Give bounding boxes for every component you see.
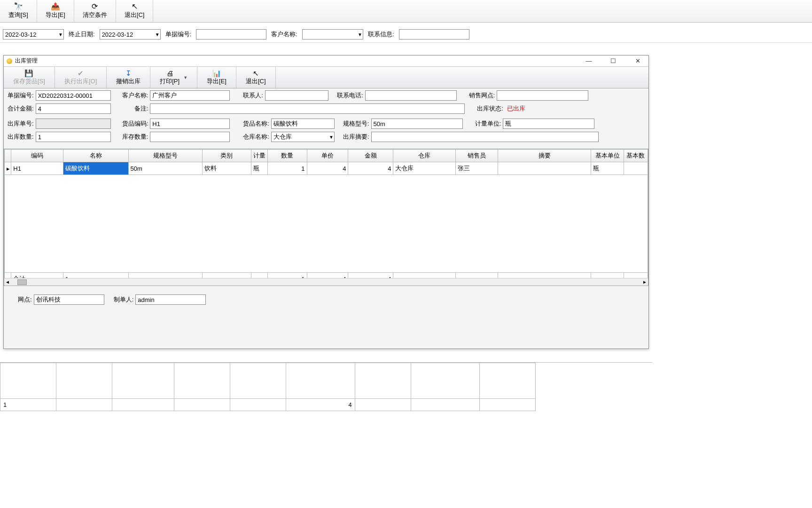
minimize-button[interactable]: — xyxy=(581,57,597,64)
footer-outlet-label: 网点: xyxy=(18,295,32,304)
scroll-left-icon[interactable]: ◄ xyxy=(4,279,11,285)
cell-amt[interactable]: 4 xyxy=(348,162,393,175)
exit-icon: ↖ xyxy=(253,70,259,77)
clear-button[interactable]: ⟳清空条件 xyxy=(74,0,116,22)
cell-code[interactable]: H1 xyxy=(11,162,63,175)
refresh-icon: ⟳ xyxy=(92,3,98,10)
th-cat[interactable]: 类别 xyxy=(202,150,251,162)
summary-field[interactable] xyxy=(371,132,599,142)
cell-wh[interactable]: 大仓库 xyxy=(393,162,456,175)
phone-label: 联系电话: xyxy=(337,91,363,100)
cell-name-selected[interactable]: 碳酸饮料 xyxy=(63,162,128,175)
th-name[interactable]: 名称 xyxy=(63,150,128,162)
cell-bunit[interactable]: 瓶 xyxy=(591,162,624,175)
cell-qty[interactable]: 1 xyxy=(267,162,307,175)
th-unit[interactable]: 计量 xyxy=(251,150,268,162)
dialog-titlebar: 出库管理 — ☐ ✕ xyxy=(4,56,648,67)
th-amt[interactable]: 金额 xyxy=(348,150,393,162)
save-goods-button[interactable]: 💾保存货品[S] xyxy=(4,67,55,88)
stock-label: 库存数量: xyxy=(122,133,148,141)
horizontal-scrollbar[interactable]: ◄ ► xyxy=(4,278,648,286)
total-field[interactable] xyxy=(36,103,111,114)
cell-price[interactable]: 4 xyxy=(307,162,348,175)
goods-table: 编码 名称 规格型号 类别 计量 数量 单价 金额 仓库 销售员 摘要 基本单位… xyxy=(4,149,648,286)
print-icon: 🖨 xyxy=(166,70,173,77)
contact-label: 联系信息: xyxy=(368,30,394,39)
th-wh[interactable]: 仓库 xyxy=(393,150,456,162)
order-no-field[interactable] xyxy=(36,90,111,101)
th-code[interactable]: 编码 xyxy=(11,150,63,162)
total-label: 合计金额: xyxy=(8,104,34,113)
unit-label: 计量单位: xyxy=(475,119,501,128)
footer-maker-field[interactable] xyxy=(135,294,206,305)
background-grid: 14 xyxy=(0,362,652,411)
code-label: 货品编码: xyxy=(122,119,148,128)
cell-spec[interactable]: 50m xyxy=(128,162,202,175)
form-area: 单据编号: 客户名称: 联系人: 联系电话: 销售网点: 合计金额: 备注: 出… xyxy=(4,88,648,147)
th-bqty[interactable]: 基本数 xyxy=(624,150,648,162)
th-sales[interactable]: 销售员 xyxy=(456,150,498,162)
order-no-input[interactable] xyxy=(196,29,266,40)
cell-unit[interactable]: 瓶 xyxy=(251,162,268,175)
order-no-label: 单据编号: xyxy=(165,30,192,39)
phone-field[interactable] xyxy=(365,90,457,101)
wh-label: 仓库名称: xyxy=(243,133,269,141)
th-price[interactable]: 单价 xyxy=(307,150,348,162)
table-empty-space xyxy=(5,175,648,273)
background-toolbar: 🔭查询[S] 📤导出[E] ⟳清空条件 ↖退出[C] xyxy=(0,0,812,23)
exec-outbound-button[interactable]: ✔执行出库[O] xyxy=(55,67,107,88)
export-button-modal[interactable]: 📊导出[E] xyxy=(197,67,236,88)
footer-maker-label: 制单人: xyxy=(114,295,134,304)
cell-sales[interactable]: 张三 xyxy=(456,162,498,175)
maximize-button[interactable]: ☐ xyxy=(605,57,621,64)
exit-icon: ↖ xyxy=(132,3,138,10)
customer-field[interactable] xyxy=(150,90,230,101)
unit-field[interactable] xyxy=(503,119,594,129)
remark-field[interactable] xyxy=(150,103,465,114)
exec-icon: ✔ xyxy=(78,70,84,77)
stock-field[interactable] xyxy=(150,132,230,142)
exit-button-modal[interactable]: ↖退出[C] xyxy=(236,67,276,88)
exit-button[interactable]: ↖退出[C] xyxy=(116,0,154,22)
contact-field[interactable] xyxy=(265,90,328,101)
contact-input[interactable] xyxy=(399,29,469,40)
revoke-outbound-button[interactable]: ↧撤销出库 xyxy=(107,67,150,88)
dialog-title: 出库管理 xyxy=(15,57,38,65)
outbound-dialog: 出库管理 — ☐ ✕ 💾保存货品[S] ✔执行出库[O] ↧撤销出库 🖨打印[P… xyxy=(3,55,649,349)
table-row[interactable]: ▸ H1 碳酸饮料 50m 饮料 瓶 1 4 4 大仓库 张三 瓶 xyxy=(5,162,648,175)
name-label: 货品名称: xyxy=(243,119,269,128)
save-icon: 💾 xyxy=(24,70,33,77)
status-label: 出库状态: xyxy=(477,104,503,113)
spec-field[interactable] xyxy=(371,119,463,129)
scroll-right-icon[interactable]: ► xyxy=(641,279,648,285)
status-value: 已出库 xyxy=(505,104,525,113)
scroll-thumb[interactable] xyxy=(17,279,27,285)
revoke-icon: ↧ xyxy=(125,70,132,77)
start-date-combo[interactable]: ▼ xyxy=(3,29,64,40)
qty-field[interactable] xyxy=(36,132,111,142)
cell-cat[interactable]: 饮料 xyxy=(202,162,251,175)
export-button[interactable]: 📤导出[E] xyxy=(37,0,74,22)
bg-sum-1: 1 xyxy=(0,399,56,411)
outlet-field[interactable] xyxy=(497,90,588,101)
th-summary[interactable]: 摘要 xyxy=(498,150,591,162)
cell-summary[interactable] xyxy=(498,162,591,175)
th-spec[interactable]: 规格型号 xyxy=(128,150,202,162)
close-button[interactable]: ✕ xyxy=(630,57,646,64)
print-button[interactable]: 🖨打印[P]▼ xyxy=(150,67,197,88)
binoculars-icon: 🔭 xyxy=(14,3,23,10)
footer-outlet-field[interactable] xyxy=(34,294,104,305)
row-marker: ▸ xyxy=(5,162,11,175)
warehouse-combo[interactable]: ▼ xyxy=(271,132,335,142)
qty-label: 出库数量: xyxy=(8,133,34,141)
end-date-combo[interactable]: ▼ xyxy=(100,29,161,40)
code-field[interactable] xyxy=(150,119,230,129)
query-button[interactable]: 🔭查询[S] xyxy=(0,0,37,22)
cell-bqty[interactable] xyxy=(624,162,648,175)
customer-combo[interactable]: ▼ xyxy=(302,29,363,40)
th-qty[interactable]: 数量 xyxy=(267,150,307,162)
bg-sum-4: 4 xyxy=(286,399,355,411)
th-bunit[interactable]: 基本单位 xyxy=(591,150,624,162)
contact-label: 联系人: xyxy=(243,91,263,100)
name-field[interactable] xyxy=(271,119,335,129)
